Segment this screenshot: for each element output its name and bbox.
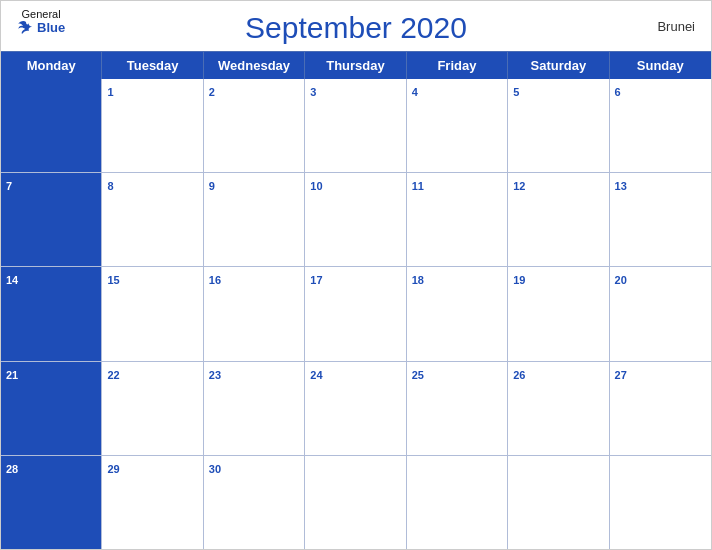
day-cell-4-6 xyxy=(610,456,711,549)
day-cell-1-1: 8 xyxy=(102,173,203,266)
day-cell-4-5 xyxy=(508,456,609,549)
day-cell-4-4 xyxy=(407,456,508,549)
week-row-1: 123456 xyxy=(1,79,711,173)
header-monday: Monday xyxy=(1,52,102,79)
day-cell-2-1: 15 xyxy=(102,267,203,360)
day-number: 15 xyxy=(107,274,119,286)
day-number: 12 xyxy=(513,180,525,192)
header-tuesday: Tuesday xyxy=(102,52,203,79)
logo: General Blue xyxy=(17,9,65,34)
day-headers-row: Monday Tuesday Wednesday Thursday Friday… xyxy=(1,52,711,79)
day-number: 6 xyxy=(615,86,621,98)
calendar-title: September 2020 xyxy=(245,11,467,45)
day-number: 17 xyxy=(310,274,322,286)
day-cell-3-1: 22 xyxy=(102,362,203,455)
day-number: 11 xyxy=(412,180,424,192)
week-row-3: 14151617181920 xyxy=(1,267,711,361)
day-number: 16 xyxy=(209,274,221,286)
day-number: 30 xyxy=(209,463,221,475)
day-cell-0-2: 2 xyxy=(204,79,305,172)
day-number: 28 xyxy=(6,463,18,475)
day-cell-3-5: 26 xyxy=(508,362,609,455)
country-label: Brunei xyxy=(657,19,695,34)
day-cell-0-5: 5 xyxy=(508,79,609,172)
day-number: 5 xyxy=(513,86,519,98)
day-cell-4-1: 29 xyxy=(102,456,203,549)
calendar-container: General Blue September 2020 Brunei Monda… xyxy=(0,0,712,550)
calendar-grid: Monday Tuesday Wednesday Thursday Friday… xyxy=(1,51,711,549)
day-cell-1-2: 9 xyxy=(204,173,305,266)
logo-bird-icon xyxy=(17,20,35,34)
week-row-4: 21222324252627 xyxy=(1,362,711,456)
day-cell-4-2: 30 xyxy=(204,456,305,549)
day-number: 20 xyxy=(615,274,627,286)
day-number: 8 xyxy=(107,180,113,192)
logo-blue-text: Blue xyxy=(17,20,65,34)
day-cell-4-3 xyxy=(305,456,406,549)
day-number: 2 xyxy=(209,86,215,98)
day-cell-2-6: 20 xyxy=(610,267,711,360)
header-friday: Friday xyxy=(407,52,508,79)
day-number: 18 xyxy=(412,274,424,286)
day-number: 3 xyxy=(310,86,316,98)
day-cell-1-6: 13 xyxy=(610,173,711,266)
header-sunday: Sunday xyxy=(610,52,711,79)
day-cell-1-4: 11 xyxy=(407,173,508,266)
day-cell-2-0: 14 xyxy=(1,267,102,360)
day-number: 21 xyxy=(6,369,18,381)
header-saturday: Saturday xyxy=(508,52,609,79)
header-thursday: Thursday xyxy=(305,52,406,79)
day-number: 14 xyxy=(6,274,18,286)
day-number: 9 xyxy=(209,180,215,192)
day-cell-1-5: 12 xyxy=(508,173,609,266)
day-cell-1-0: 7 xyxy=(1,173,102,266)
day-cell-0-0 xyxy=(1,79,102,172)
day-number: 23 xyxy=(209,369,221,381)
day-cell-2-4: 18 xyxy=(407,267,508,360)
day-cell-0-3: 3 xyxy=(305,79,406,172)
day-number: 7 xyxy=(6,180,12,192)
day-cell-3-0: 21 xyxy=(1,362,102,455)
day-number: 10 xyxy=(310,180,322,192)
logo-general-text: General xyxy=(22,9,61,20)
day-cell-3-6: 27 xyxy=(610,362,711,455)
day-number: 24 xyxy=(310,369,322,381)
day-number: 27 xyxy=(615,369,627,381)
day-number: 25 xyxy=(412,369,424,381)
day-number: 1 xyxy=(107,86,113,98)
day-number: 13 xyxy=(615,180,627,192)
week-row-5: 282930 xyxy=(1,456,711,549)
day-cell-2-2: 16 xyxy=(204,267,305,360)
calendar-header: General Blue September 2020 Brunei xyxy=(1,1,711,51)
day-cell-0-4: 4 xyxy=(407,79,508,172)
day-cell-0-1: 1 xyxy=(102,79,203,172)
day-cell-3-4: 25 xyxy=(407,362,508,455)
day-cell-2-3: 17 xyxy=(305,267,406,360)
day-number: 29 xyxy=(107,463,119,475)
day-number: 22 xyxy=(107,369,119,381)
day-cell-0-6: 6 xyxy=(610,79,711,172)
day-cell-2-5: 19 xyxy=(508,267,609,360)
day-cell-1-3: 10 xyxy=(305,173,406,266)
week-row-2: 78910111213 xyxy=(1,173,711,267)
weeks-container: 1234567891011121314151617181920212223242… xyxy=(1,79,711,549)
day-number: 26 xyxy=(513,369,525,381)
header-wednesday: Wednesday xyxy=(204,52,305,79)
day-number: 4 xyxy=(412,86,418,98)
day-cell-3-2: 23 xyxy=(204,362,305,455)
day-cell-4-0: 28 xyxy=(1,456,102,549)
day-number: 19 xyxy=(513,274,525,286)
day-cell-3-3: 24 xyxy=(305,362,406,455)
